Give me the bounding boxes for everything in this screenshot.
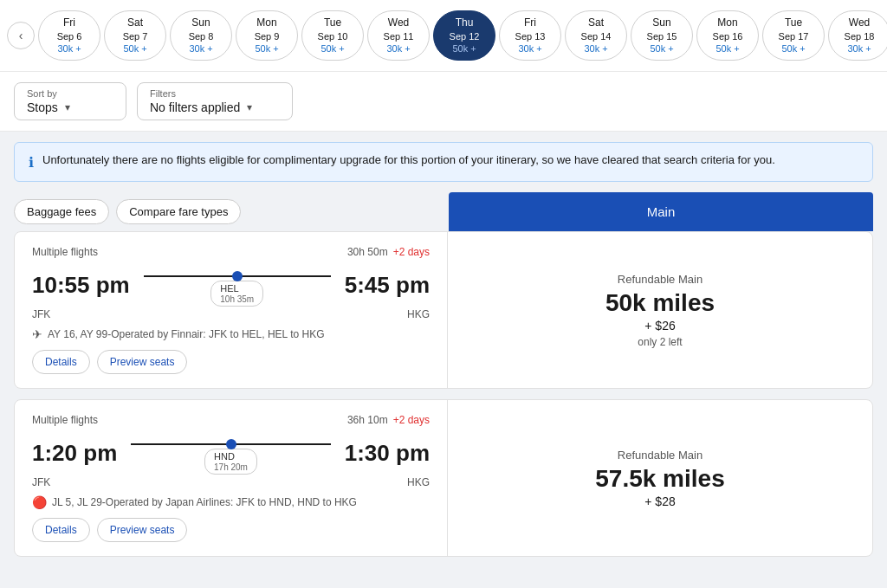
date-pill-Sep-11[interactable]: Wed Sep 11 30k + <box>367 10 430 61</box>
compare-fare-types-button[interactable]: Compare fare types <box>116 199 241 224</box>
flight-duration-1: 36h 10m <box>347 414 388 426</box>
sort-dropdown[interactable]: Sort by Stops ▾ <box>14 82 126 120</box>
day-date: Sep 14 <box>581 30 612 42</box>
details-button-1[interactable]: Details <box>32 518 90 542</box>
day-price: 30k + <box>584 42 607 55</box>
date-pill-Sep-15[interactable]: Sun Sep 15 50k + <box>631 10 693 61</box>
day-name: Sun <box>191 16 210 30</box>
cash-amount-1: + $28 <box>644 494 675 508</box>
plus-days-0: +2 days <box>393 246 430 258</box>
flight-right-0: Refundable Main 50k miles + $26 only 2 l… <box>448 232 872 388</box>
day-price: 50k + <box>781 42 805 55</box>
controls-bar: Sort by Stops ▾ Filters No filters appli… <box>0 72 887 132</box>
day-date: Sep 10 <box>318 30 348 42</box>
day-date: Sep 12 <box>450 30 480 42</box>
flight-left-0: Multiple flights 30h 50m +2 days 10:55 p… <box>15 232 448 388</box>
day-name: Wed <box>849 16 870 30</box>
cash-amount-0: + $26 <box>644 319 675 333</box>
day-date: Sep 18 <box>845 30 875 42</box>
info-icon: ℹ <box>29 154 34 171</box>
flights-container: Multiple flights 30h 50m +2 days 10:55 p… <box>14 231 873 557</box>
date-pill-Sep-10[interactable]: Tue Sep 10 50k + <box>301 10 364 61</box>
main-content: Baggage fees Compare fare types Main Mul… <box>0 192 887 581</box>
day-price: 50k + <box>255 42 278 55</box>
date-pill-Sep-7[interactable]: Sat Sep 7 50k + <box>104 10 166 61</box>
day-price: 50k + <box>650 42 673 55</box>
fare-label-1: Refundable Main <box>618 449 702 462</box>
arrive-airport-1: HKG <box>407 476 430 488</box>
baggage-fees-button[interactable]: Baggage fees <box>14 199 109 224</box>
airline-icon-0: ✈ <box>32 327 42 341</box>
day-name: Thu <box>456 16 474 30</box>
prev-date-button[interactable]: ‹ <box>7 22 35 49</box>
day-name: Fri <box>524 16 536 30</box>
filters-chevron-icon: ▾ <box>247 101 252 113</box>
preview-seats-button-0[interactable]: Preview seats <box>97 350 188 374</box>
day-price: 30k + <box>386 42 410 55</box>
day-date: Sep 17 <box>779 30 809 42</box>
day-name: Sat <box>588 16 604 30</box>
day-price: 50k + <box>320 42 344 55</box>
day-date: Sep 6 <box>57 30 82 42</box>
filters-value: No filters applied <box>150 100 240 114</box>
date-pill-Sep-13[interactable]: Fri Sep 13 30k + <box>499 10 561 61</box>
day-name: Sat <box>127 16 143 30</box>
fare-label-0: Refundable Main <box>618 273 702 286</box>
date-pill-Sep-16[interactable]: Mon Sep 16 50k + <box>696 10 759 61</box>
stopover-0: HEL10h 35m <box>210 281 263 307</box>
date-pills-container: Fri Sep 6 30k + Sat Sep 7 50k + Sun Sep … <box>38 10 887 61</box>
airline-icon-1: 🔴 <box>32 495 47 509</box>
day-name: Mon <box>256 16 276 30</box>
date-pill-Sep-14[interactable]: Sat Sep 14 30k + <box>565 10 627 61</box>
date-pill-Sep-6[interactable]: Fri Sep 6 30k + <box>38 10 100 61</box>
filters-label: Filters <box>150 88 176 99</box>
flight-type-1: Multiple flights <box>32 414 98 426</box>
day-name: Tue <box>785 16 802 30</box>
operated-text-1: JL 5, JL 29-Operated by Japan Airlines: … <box>52 496 357 508</box>
flight-card-0: Multiple flights 30h 50m +2 days 10:55 p… <box>14 231 873 389</box>
flight-type-0: Multiple flights <box>32 246 98 258</box>
flight-duration-0: 30h 50m <box>347 246 388 258</box>
day-date: Sep 11 <box>384 30 414 42</box>
depart-airport-0: JFK <box>32 308 50 320</box>
sort-label: Sort by <box>27 88 57 99</box>
day-name: Sun <box>652 16 670 30</box>
day-date: Sep 13 <box>515 30 546 42</box>
flight-line-1: HND17h 20m <box>131 431 330 475</box>
day-name: Mon <box>717 16 737 30</box>
preview-seats-button-1[interactable]: Preview seats <box>97 518 188 542</box>
date-pill-Sep-18[interactable]: Wed Sep 18 30k + <box>828 10 887 61</box>
seats-left-0: only 2 left <box>638 336 682 348</box>
date-pill-Sep-17[interactable]: Tue Sep 17 50k + <box>762 10 825 61</box>
operated-text-0: AY 16, AY 99-Operated by Finnair: JFK to… <box>48 328 325 340</box>
day-date: Sep 8 <box>189 30 214 42</box>
arrive-time-1: 1:30 pm <box>345 440 430 467</box>
date-pill-Sep-8[interactable]: Sun Sep 8 30k + <box>170 10 232 61</box>
depart-time-1: 1:20 pm <box>32 440 117 467</box>
arrive-airport-0: HKG <box>407 308 430 320</box>
day-price: 30k + <box>847 42 871 55</box>
info-banner-text: Unfortunately there are no flights eligi… <box>42 153 775 166</box>
day-name: Wed <box>388 16 409 30</box>
filters-dropdown[interactable]: Filters No filters applied ▾ <box>137 82 293 120</box>
date-pill-Sep-12[interactable]: Thu Sep 12 50k + <box>433 10 495 61</box>
day-date: Sep 9 <box>255 30 280 42</box>
depart-airport-1: JFK <box>32 476 50 488</box>
day-name: Fri <box>63 16 75 30</box>
arrive-time-0: 5:45 pm <box>345 272 430 299</box>
date-navigation: ‹ Fri Sep 6 30k + Sat Sep 7 50k + Sun Se… <box>0 0 887 72</box>
details-button-0[interactable]: Details <box>32 350 90 374</box>
flight-right-1: Refundable Main 57.5k miles + $28 <box>448 400 872 556</box>
day-name: Tue <box>324 16 341 30</box>
fare-column-header: Main <box>449 192 873 231</box>
flight-left-1: Multiple flights 36h 10m +2 days 1:20 pm… <box>15 400 448 556</box>
day-price: 50k + <box>452 42 476 55</box>
day-date: Sep 15 <box>647 30 677 42</box>
date-pill-Sep-9[interactable]: Mon Sep 9 50k + <box>236 10 298 61</box>
day-price: 50k + <box>123 42 146 55</box>
miles-amount-0: 50k miles <box>605 289 715 317</box>
day-price: 30k + <box>518 42 541 55</box>
day-price: 50k + <box>715 42 739 55</box>
sort-chevron-icon: ▾ <box>65 101 70 113</box>
day-price: 30k + <box>189 42 212 55</box>
